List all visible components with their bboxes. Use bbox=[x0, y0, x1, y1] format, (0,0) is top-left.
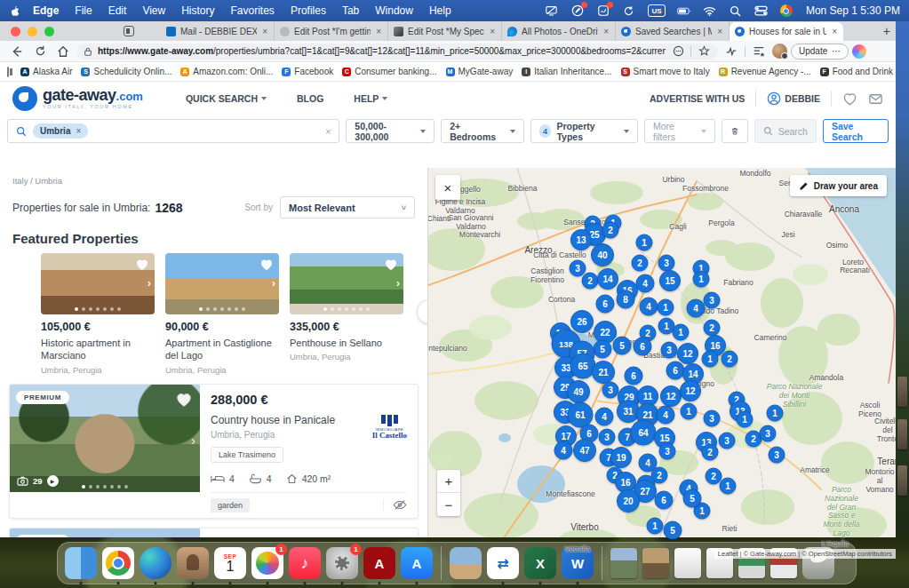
map-cluster-marker[interactable]: 3 bbox=[760, 425, 777, 442]
featured-photo[interactable]: › bbox=[41, 253, 155, 314]
browser-tab[interactable]: Edit Post *I'm getting good at t× bbox=[275, 21, 388, 41]
map-cluster-marker[interactable]: 2 bbox=[582, 273, 599, 290]
bookmark-revenue-agency[interactable]: RRevenue Agency -... bbox=[714, 65, 816, 78]
map-cluster-marker[interactable]: 3 bbox=[661, 342, 678, 359]
map-cluster-marker[interactable]: 4 bbox=[636, 274, 655, 293]
map-cluster-marker[interactable]: 40 bbox=[591, 243, 614, 266]
dock-calendar-icon[interactable]: SEP1 bbox=[214, 547, 246, 579]
featured-title[interactable]: Historic apartment in Marsciano bbox=[41, 337, 155, 362]
sort-dropdown[interactable]: Most Relevant˅ bbox=[280, 196, 415, 219]
hide-listing-icon[interactable] bbox=[383, 499, 407, 511]
map-cluster-marker[interactable]: 3 bbox=[599, 429, 616, 446]
favorite-heart-icon[interactable] bbox=[134, 257, 150, 273]
map-cluster-marker[interactable]: 3 bbox=[658, 255, 675, 272]
more-filters-dropdown[interactable]: More filters bbox=[644, 119, 715, 143]
tab-close-icon[interactable]: × bbox=[375, 27, 382, 36]
featured-card[interactable]: ›335,000 €Penthouse in SellanoUmbria, Pe… bbox=[290, 253, 403, 375]
menu-item-favorites[interactable]: Favorites bbox=[231, 4, 275, 17]
favorites-heart-icon[interactable] bbox=[842, 91, 857, 107]
map-cluster-marker[interactable]: 1 bbox=[693, 271, 710, 288]
favorite-star-icon[interactable] bbox=[697, 43, 711, 60]
zoom-in-button[interactable]: + bbox=[437, 470, 460, 493]
bookmark-italian-inheritance[interactable]: IItalian Inheritance... bbox=[517, 65, 616, 78]
featured-card[interactable]: ›90,000 €Apartment in Castiglione del La… bbox=[165, 253, 279, 375]
photo-next-chevron[interactable]: › bbox=[148, 276, 151, 290]
favorite-heart-icon[interactable] bbox=[259, 257, 275, 273]
photo-next-chevron[interactable]: › bbox=[272, 276, 275, 290]
featured-card[interactable]: ›105,000 €Historic apartment in Marscian… bbox=[41, 253, 155, 375]
map-cluster-marker[interactable]: 1 bbox=[658, 299, 674, 316]
clear-search-icon[interactable]: × bbox=[325, 126, 331, 137]
tab-close-icon[interactable]: × bbox=[489, 27, 496, 36]
save-search-button[interactable]: Save Search bbox=[823, 119, 889, 143]
map-cluster-marker[interactable]: 19 bbox=[610, 447, 632, 468]
listing-card[interactable]: PREMIUM 29 ▶ › 288,000 € Country house i… bbox=[9, 384, 419, 519]
search-input[interactable]: Umbria × × bbox=[7, 119, 339, 143]
map-cluster-marker[interactable]: 4 bbox=[554, 441, 573, 460]
map-cluster-marker[interactable]: 14 bbox=[597, 268, 618, 290]
map-cluster-marker[interactable]: 1 bbox=[681, 403, 698, 420]
new-tab-button[interactable]: + bbox=[883, 24, 890, 38]
control-center-icon[interactable] bbox=[754, 4, 769, 18]
map-cluster-marker[interactable]: 49 bbox=[567, 380, 590, 403]
map-cluster-marker[interactable]: 12 bbox=[680, 380, 701, 401]
messages-envelope-icon[interactable] bbox=[868, 91, 883, 107]
dock-finder-icon[interactable] bbox=[65, 547, 97, 579]
listing-area-chip[interactable]: Lake Trasimeno bbox=[211, 447, 283, 463]
browser-tab[interactable]: Saved Searches | MyGate-away× bbox=[616, 21, 730, 41]
chip-remove-icon[interactable]: × bbox=[76, 126, 81, 136]
map-cluster-marker[interactable]: 3 bbox=[769, 447, 785, 464]
map-cluster-marker[interactable]: 2 bbox=[602, 222, 619, 239]
map-cluster-marker[interactable]: 3 bbox=[719, 433, 736, 449]
menu-item-file[interactable]: File bbox=[75, 4, 92, 17]
map-cluster-marker[interactable]: 5 bbox=[683, 489, 702, 508]
sync-icon[interactable] bbox=[622, 4, 636, 18]
map[interactable]: ReggelloBibbienaFigline e Incisa Valdarn… bbox=[427, 168, 896, 559]
sidebar-toggle-icon[interactable] bbox=[7, 67, 9, 77]
agency-logo-il-castello[interactable]: IMMOBILIARE Il Castello bbox=[372, 415, 407, 440]
battery-icon[interactable] bbox=[677, 4, 691, 18]
filter-chip-umbria[interactable]: Umbria × bbox=[33, 123, 88, 139]
profile-avatar[interactable] bbox=[772, 44, 787, 59]
map-cluster-marker[interactable]: 4 bbox=[657, 406, 675, 425]
dock-photos-icon[interactable]: 1 bbox=[251, 547, 283, 579]
site-logo[interactable]: gate-away.com YOUR ITALY, YOUR HOME bbox=[12, 86, 143, 111]
nav-quick-search[interactable]: QUICK SEARCH bbox=[186, 93, 267, 104]
browser-essentials-icon[interactable] bbox=[722, 43, 741, 60]
map-cluster-marker[interactable]: 4 bbox=[687, 299, 706, 318]
input-source-icon[interactable]: US bbox=[648, 4, 666, 17]
map-cluster-marker[interactable]: 1 bbox=[702, 351, 719, 368]
menu-bar-clock[interactable]: Mon Sep 1 5:30 PM bbox=[806, 4, 900, 17]
zoom-window-button[interactable] bbox=[44, 27, 54, 36]
map-cluster-marker[interactable]: 12 bbox=[677, 343, 698, 364]
carousel-next-button[interactable]: › bbox=[417, 299, 427, 324]
menu-item-window[interactable]: Window bbox=[375, 4, 413, 17]
window-controls[interactable] bbox=[11, 27, 54, 36]
clear-filters-button[interactable] bbox=[722, 119, 748, 143]
browser-tab[interactable]: All Photos - OneDrive× bbox=[502, 21, 616, 41]
bookmark-smart-move-to-italy[interactable]: SSmart move to Italy bbox=[617, 65, 714, 78]
menu-item-edit[interactable]: Edit bbox=[108, 4, 127, 17]
spotlight-icon[interactable] bbox=[729, 4, 743, 18]
photo-next-chevron[interactable]: › bbox=[396, 276, 400, 290]
tab-overview-icon[interactable] bbox=[124, 26, 134, 36]
browser-tab[interactable]: Edit Post *My Special & Unexp× bbox=[388, 21, 502, 41]
chrome-status-icon[interactable] bbox=[780, 4, 793, 17]
map-cluster-marker[interactable]: 21 bbox=[592, 361, 615, 384]
property-types-dropdown[interactable]: 4 Property Types bbox=[530, 119, 638, 143]
price-filter-dropdown[interactable]: 50,000-300,000 bbox=[346, 119, 435, 143]
map-cluster-marker[interactable]: 2 bbox=[704, 320, 721, 337]
featured-title[interactable]: Apartment in Castiglione del Lago bbox=[165, 337, 279, 362]
map-cluster-marker[interactable]: 15 bbox=[659, 270, 681, 291]
dock-preview-photo-icon[interactable] bbox=[450, 547, 482, 579]
map-cluster-marker[interactable]: 2 bbox=[702, 444, 719, 461]
close-window-button[interactable] bbox=[11, 27, 20, 36]
map-cluster-marker[interactable]: 26 bbox=[570, 310, 594, 333]
listing-photo[interactable]: PREMIUM 29 ▶ › bbox=[10, 385, 200, 492]
breadcrumb[interactable]: Italy / Umbria bbox=[12, 176, 419, 186]
bookmark-consumer-banking[interactable]: CConsumer banking... bbox=[338, 65, 441, 78]
zoom-out-button[interactable]: − bbox=[437, 493, 460, 516]
map-cluster-marker[interactable]: 2 bbox=[722, 351, 738, 368]
menu-item-view[interactable]: View bbox=[142, 4, 165, 17]
tab-close-icon[interactable]: × bbox=[261, 27, 268, 36]
